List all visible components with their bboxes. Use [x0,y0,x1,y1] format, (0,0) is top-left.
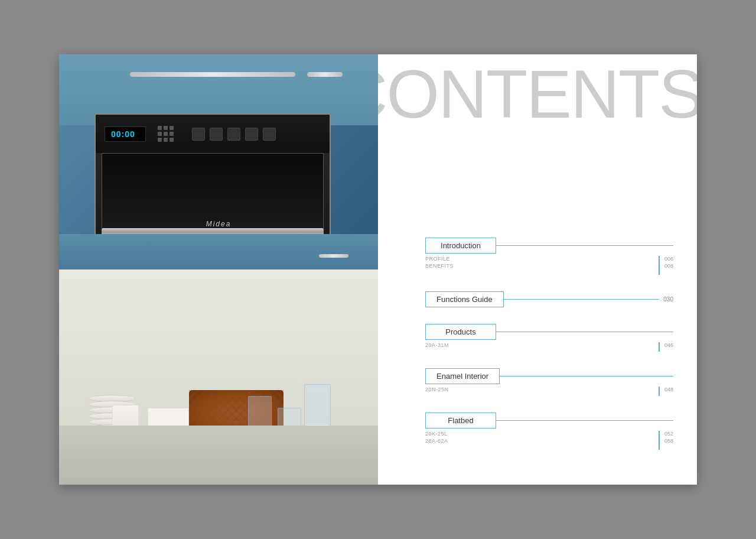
page-nums-right: 006 008 [664,256,673,269]
blue-vertical-line [659,387,660,396]
page-num: 030 [663,296,673,303]
oven-dot [158,138,162,142]
toc-right-section: 048 [659,387,673,396]
page-nums-right: 052 058 [664,431,673,444]
toc-label-functions-guide: Functions Guide [425,291,504,307]
toc-row-with-line: PROFILE BENEFITS 006 008 [425,256,673,275]
oven-dot [164,126,168,130]
toc-container: Introduction PROFILE BENEFITS 006 008 [425,238,673,466]
page-num: 058 [664,438,673,444]
toc-item-flatbed: Flatbed 20K-25L 28A-62A 052 058 [425,413,673,450]
contents-title: CONTENTS [378,60,697,128]
page-nums-right: 046 [664,342,673,348]
oven-buttons-row [192,128,276,141]
oven-btn [192,128,205,141]
toc-right-section: 052 058 [659,431,673,450]
oven-dot [170,126,174,130]
toc-label-introduction: Introduction [425,238,496,254]
oven-btn [245,128,258,141]
toc-sub-label: 20N-25N [425,387,449,392]
toc-header-row: Functions Guide 030 [425,291,673,307]
toc-row-with-line: 20K-25L 28A-62A 052 058 [425,431,673,450]
toc-sub-labels: 20A-31M [425,342,449,348]
oven-control-panel: 00:00 [96,115,330,153]
toc-line [496,420,673,421]
toc-line [496,332,673,333]
toc-header-row: Introduction [425,238,673,254]
toc-sub-labels: 20K-25L 28A-62A [425,431,448,444]
toc-label-flatbed: Flatbed [425,413,496,428]
toc-item-enamel-interior: Enamel Interior 20N-25N 048 [425,368,673,396]
oven-btn [210,128,223,141]
oven-dot [170,138,174,142]
toc-sub-label: 28A-62A [425,438,448,444]
toc-sub-label: BENEFITS [425,263,454,269]
counter [59,426,378,485]
oven-display: 00:00 [105,126,146,142]
cabinet-handle-top2 [307,72,343,77]
toc-item-products: Products 20A-31M 046 [425,324,673,352]
toc-row-with-line: 20A-31M 046 [425,342,673,352]
cabinet-handle-top [130,72,295,77]
oven-dot [164,138,168,142]
page-num: 048 [664,387,673,392]
toc-label-products: Products [425,324,496,340]
blue-vertical-line [659,342,660,352]
toc-sub-labels: 20N-25N [425,387,449,392]
oven-btn [227,128,240,141]
cabinet-handle-bottom [319,254,348,258]
toc-sub-label: PROFILE [425,256,454,262]
bottom-image [59,270,378,485]
toc-header-row: Enamel Interior [425,368,673,384]
toc-sub-label: 20K-25L [425,431,448,437]
toc-right-section: 046 [659,342,673,352]
top-image: 00:00 [59,54,378,270]
left-panel: 00:00 [59,54,378,485]
toc-row-with-line: 20N-25N 048 [425,387,673,396]
blue-vertical-line [659,431,660,450]
toc-sub-label: 20A-31M [425,342,449,348]
toc-line [496,245,673,246]
page-num: 008 [664,263,673,269]
toc-sub-labels: PROFILE BENEFITS [425,256,454,269]
blue-vertical-line [659,256,660,275]
page-num: 052 [664,431,673,437]
oven-dot [170,132,174,136]
toc-right-section: 006 008 [659,256,673,275]
right-panel: CONTENTS Introduction PROFILE BENEFITS [378,54,697,485]
oven-dot [164,132,168,136]
page-nums-right: 048 [664,387,673,392]
toc-item-functions-guide: Functions Guide 030 [425,291,673,307]
cabinet-bottom [59,234,378,270]
oven-btn [263,128,276,141]
page-container: 00:00 [59,54,697,485]
toc-label-enamel-interior: Enamel Interior [425,368,500,384]
oven-dot [158,132,162,136]
oven-dot [158,126,162,130]
midea-logo: Midea [206,220,232,228]
oven-dots [158,126,174,142]
toc-header-row: Flatbed [425,413,673,428]
toc-line [504,299,659,300]
page-num: 046 [664,342,673,348]
toc-header-row: Products [425,324,673,340]
toc-item-introduction: Introduction PROFILE BENEFITS 006 008 [425,238,673,275]
page-num: 006 [664,256,673,262]
toc-line [500,376,673,377]
